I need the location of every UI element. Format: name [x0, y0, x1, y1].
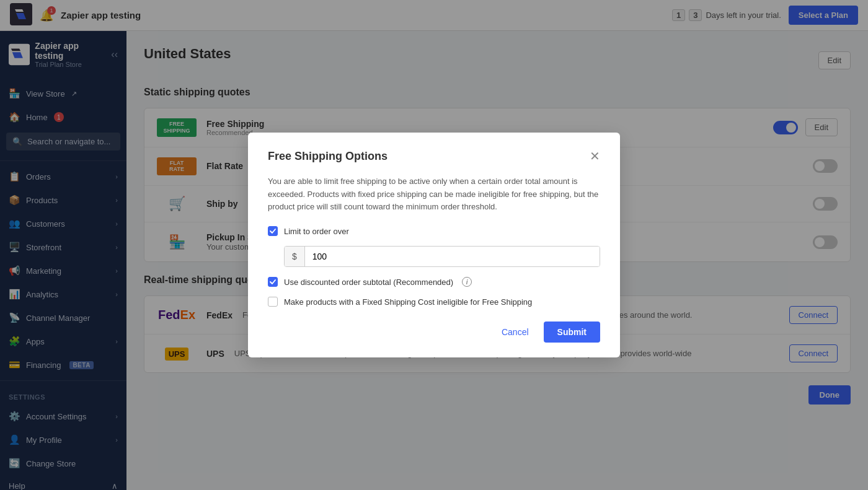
currency-prefix: $ — [285, 247, 305, 266]
modal-title: Free Shipping Options — [268, 150, 388, 163]
discounted-subtotal-field: Use discounted order subtotal (Recommend… — [268, 277, 600, 287]
limit-order-label: Limit to order over — [284, 227, 349, 236]
free-shipping-modal: Free Shipping Options ✕ You are able to … — [248, 133, 620, 357]
discounted-subtotal-checkbox[interactable] — [268, 277, 278, 287]
modal-submit-button[interactable]: Submit — [544, 322, 600, 343]
limit-order-field: Limit to order over — [268, 226, 600, 236]
modal-description: You are able to limit free shipping to b… — [268, 175, 600, 214]
ineligible-products-label: Make products with a Fixed Shipping Cost… — [284, 297, 532, 307]
modal-header: Free Shipping Options ✕ — [268, 150, 600, 163]
discounted-subtotal-label: Use discounted order subtotal (Recommend… — [284, 278, 453, 287]
order-amount-input-group: $ — [284, 246, 600, 267]
modal-close-button[interactable]: ✕ — [590, 150, 600, 162]
modal-overlay: Free Shipping Options ✕ You are able to … — [0, 0, 868, 490]
modal-cancel-button[interactable]: Cancel — [494, 322, 536, 343]
info-icon[interactable]: i — [462, 277, 472, 287]
modal-footer: Cancel Submit — [268, 322, 600, 343]
order-amount-input[interactable] — [305, 247, 600, 266]
ineligible-products-checkbox[interactable] — [268, 297, 278, 307]
limit-order-checkbox[interactable] — [268, 226, 278, 236]
ineligible-products-field: Make products with a Fixed Shipping Cost… — [268, 297, 600, 307]
